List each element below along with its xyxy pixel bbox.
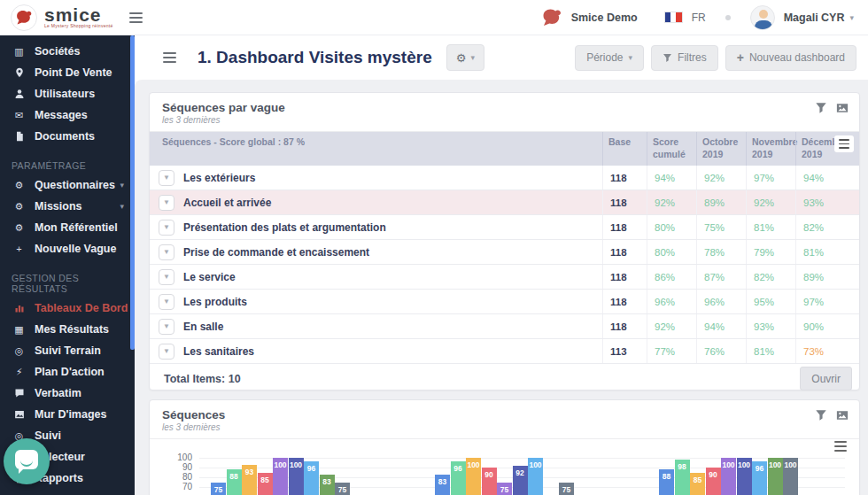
column-sequences[interactable]: Séquences - Score global : 87 %: [150, 132, 602, 166]
french-flag-icon[interactable]: [664, 12, 683, 23]
chart-bar-g2-9[interactable]: 75: [559, 483, 574, 495]
expand-row-button[interactable]: ▼: [159, 344, 174, 360]
chart-bar-g2-2[interactable]: 96: [451, 461, 466, 495]
chart-bar-g3-7[interactable]: 96: [752, 461, 767, 495]
bar-value-label: 85: [258, 473, 273, 484]
chart-bar-g1-6[interactable]: 100: [289, 458, 304, 495]
sidebar-toggle-icon[interactable]: [129, 12, 143, 23]
chart-bar-g1-3[interactable]: 93: [242, 465, 257, 495]
table-row-les-produits[interactable]: ▼Les produits11896%96%95%97%: [150, 290, 859, 314]
expand-row-button[interactable]: ▼: [159, 294, 174, 310]
chart-bar-g2-4[interactable]: 90: [482, 468, 497, 495]
filter-icon[interactable]: [815, 409, 827, 422]
sidebar-item-label: Point De Vente: [35, 66, 112, 79]
ouvrir-button[interactable]: Ouvrir: [800, 367, 852, 391]
chart-bar-g1-7[interactable]: 96: [304, 461, 319, 495]
sidebar-item-documents[interactable]: Documents: [0, 126, 135, 147]
table-menu-button[interactable]: [834, 135, 854, 152]
sidebar-section-parametrage: PARAMÉTRAGE: [12, 160, 135, 171]
chart-bar-g3-5[interactable]: 100: [721, 458, 736, 495]
table-row-le-service[interactable]: ▼Le service11886%87%82%89%: [150, 265, 859, 290]
table-row-les-sanitaires[interactable]: ▼Les sanitaires11377%76%81%73%: [150, 339, 859, 364]
table-row-accueil-et-arrivee[interactable]: ▼Accueil et arrivée11892%89%92%93%: [150, 190, 859, 215]
chart-bar-g1-9[interactable]: 75: [335, 483, 350, 495]
chart-bar-g3-3[interactable]: 85: [690, 473, 705, 495]
sequence-label: Le service: [183, 271, 236, 283]
user-name[interactable]: Magali CYR: [784, 12, 845, 24]
expand-row-button[interactable]: ▼: [159, 220, 174, 236]
score-value: 92%: [647, 314, 696, 338]
score-value: 96%: [647, 290, 696, 313]
nouveau-dashboard-button[interactable]: +Nouveau dashboard: [725, 45, 856, 71]
table-row-prise-de-commande-et-encaissement[interactable]: ▼Prise de commande et encaissement11880%…: [150, 240, 859, 265]
table-row-presentation-des-plats-et-argumentation[interactable]: ▼Présentation des plats et argumentation…: [150, 215, 859, 240]
table-row-les-exterieurs[interactable]: ▼Les extérieurs11894%92%97%94%: [150, 166, 859, 190]
expand-row-button[interactable]: ▼: [159, 170, 174, 186]
chart-bar-g2-6[interactable]: 92: [513, 466, 528, 495]
chart-bar-g3-2[interactable]: 98: [675, 460, 690, 495]
chart-bar-g3-1[interactable]: 88: [659, 469, 674, 495]
card-subtitle: les 3 dernières: [162, 115, 847, 125]
chart-bar-g2-3[interactable]: 100: [466, 458, 481, 495]
chart-bar-g1-4[interactable]: 85: [258, 473, 273, 495]
sidebar-item-mon-referentiel[interactable]: ⚙Mon Référentiel: [0, 217, 135, 238]
language-code[interactable]: FR: [692, 12, 706, 24]
sidebar-scrollbar[interactable]: [130, 35, 135, 350]
column-octobre-2019[interactable]: Octobre 2019: [696, 132, 746, 166]
sidebar-item-point-de-vente[interactable]: Point De Vente: [0, 62, 135, 83]
chart-bar-g1-5[interactable]: 100: [273, 458, 288, 495]
expand-row-button[interactable]: ▼: [159, 195, 174, 211]
sidebar-item-plan-d-action[interactable]: ⚡Plan D'action: [0, 361, 135, 383]
bar-value-label: 100: [466, 458, 481, 469]
sidebar-item-utilisateurs[interactable]: Utilisateurs: [0, 83, 135, 104]
score-value: 92%: [696, 166, 746, 189]
sidebar-item-nouvelle-vague[interactable]: +Nouvelle Vague: [0, 238, 135, 259]
sidebar-item-tableaux-de-bord[interactable]: Tableaux De Bord: [0, 298, 135, 319]
sequence-label: Accueil et arrivée: [183, 197, 271, 209]
periode-button[interactable]: Période▾: [575, 45, 644, 71]
bar-value-label: 96: [451, 461, 466, 473]
column-novembre-2019[interactable]: Novembre 2019: [746, 132, 795, 166]
expand-row-button[interactable]: ▼: [159, 244, 174, 260]
base-value: 118: [602, 215, 647, 239]
chart-bar-g3-6[interactable]: 100: [737, 458, 752, 495]
account-name[interactable]: Smice Demo: [571, 12, 638, 24]
filtres-button[interactable]: Filtres: [651, 45, 718, 71]
dashboard-menu-icon[interactable]: [163, 52, 176, 63]
score-value: 87%: [696, 265, 746, 289]
chat-widget-button[interactable]: [4, 438, 50, 484]
chart-bar-g2-5[interactable]: 75: [497, 483, 512, 495]
sidebar-item-suivi-terrain[interactable]: ◎Suivi Terrain: [0, 340, 135, 361]
score-value: 86%: [647, 265, 696, 289]
sidebar-item-missions[interactable]: ⚙Missions▾: [0, 196, 135, 217]
envelope-icon: ✉: [12, 110, 27, 121]
chart-bar-g1-8[interactable]: 83: [320, 475, 335, 495]
table-row-en-salle[interactable]: ▼En salle11892%94%93%90%: [150, 314, 859, 339]
user-avatar[interactable]: [750, 5, 775, 30]
comment-icon: [12, 388, 27, 398]
expand-row-button[interactable]: ▼: [159, 319, 174, 335]
sidebar-item-questionnaires[interactable]: ⚙Questionnaires▾: [0, 174, 135, 196]
smice-logo[interactable]: smice Le Mystery Shopping réinventé: [11, 4, 113, 31]
sidebar-item-mes-resultats[interactable]: ▦Mes Résultats: [0, 319, 135, 340]
filter-icon[interactable]: [815, 102, 827, 114]
export-image-icon[interactable]: [836, 102, 849, 114]
expand-row-button[interactable]: ▼: [159, 269, 174, 285]
chart-bar-g3-8[interactable]: 100: [768, 458, 783, 495]
brand-tagline: Le Mystery Shopping réinventé: [44, 23, 113, 28]
dashboard-settings-button[interactable]: ⚙▾: [446, 44, 484, 71]
chart-bar-g2-1[interactable]: 83: [435, 475, 450, 495]
export-image-icon[interactable]: [836, 409, 849, 422]
chart-bar-g2-7[interactable]: 100: [528, 458, 543, 495]
column-base[interactable]: Base: [602, 132, 647, 166]
sidebar-item-mur-d-images[interactable]: Mur D'images: [0, 404, 135, 425]
bar-value-label: 90: [706, 468, 721, 479]
chart-bar-g3-4[interactable]: 90: [706, 468, 721, 495]
chart-bar-g1-1[interactable]: 75: [211, 483, 226, 495]
column-score-cumule[interactable]: Score cumulé: [647, 132, 696, 166]
sidebar-item-societes[interactable]: ▥Sociétés: [0, 41, 135, 62]
sidebar-item-messages[interactable]: ✉Messages: [0, 104, 135, 126]
sidebar-item-verbatim[interactable]: Verbatim: [0, 383, 135, 404]
chart-bar-g1-2[interactable]: 88: [227, 469, 242, 495]
chart-bar-g3-9[interactable]: 100: [783, 458, 798, 495]
